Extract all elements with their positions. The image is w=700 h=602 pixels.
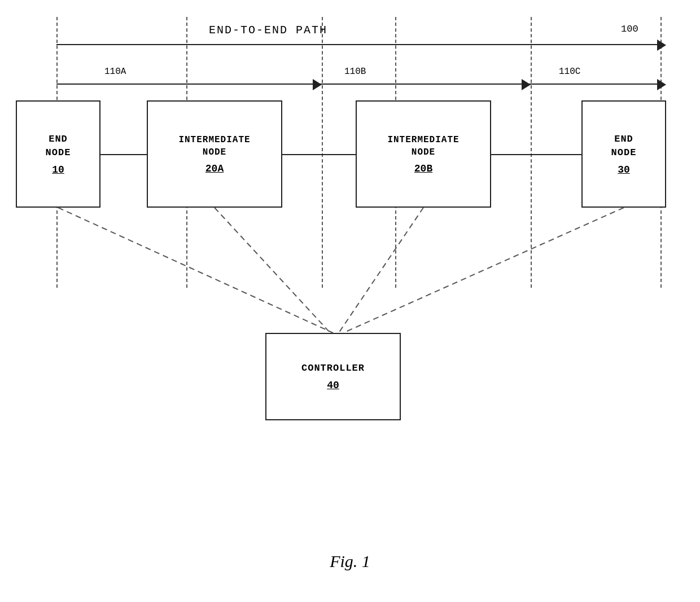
arrow-110c bbox=[657, 79, 666, 90]
main-path-arrowhead bbox=[657, 39, 666, 51]
intermediate-node-20b-box: INTERMEDIATENODE 20B bbox=[356, 100, 491, 208]
connector-20a-20b bbox=[282, 154, 356, 155]
segment-110b-label: 110B bbox=[344, 67, 366, 77]
dashed-20b-controller bbox=[339, 208, 423, 333]
main-path-line bbox=[56, 44, 659, 45]
intermediate-node-20a-box: INTERMEDIATENODE 20A bbox=[147, 100, 282, 208]
arrow-110a bbox=[313, 79, 322, 90]
v-dashed-20a-right bbox=[322, 17, 323, 288]
intermediate-node-20a-title: INTERMEDIATENODE bbox=[178, 134, 250, 159]
sub-path-line bbox=[56, 84, 659, 85]
segment-110a-label: 110A bbox=[104, 67, 126, 77]
intermediate-node-20a-id: 20A bbox=[205, 163, 224, 174]
end-node-30-id: 30 bbox=[618, 164, 630, 175]
figure-label: Fig. 1 bbox=[330, 552, 370, 571]
end-node-30-title: ENDNODE bbox=[611, 133, 637, 160]
intermediate-node-20b-title: INTERMEDIATENODE bbox=[387, 134, 459, 159]
controller-40-title: CONTROLLER bbox=[301, 362, 365, 375]
diagram: END-TO-END PATH 100 110A 110B 110C ENDNO… bbox=[11, 17, 689, 525]
end-to-end-path-label: END-TO-END PATH bbox=[209, 24, 327, 37]
dashed-10-controller bbox=[58, 208, 333, 333]
dashed-20a-controller bbox=[215, 208, 330, 333]
controller-40-id: 40 bbox=[327, 380, 339, 391]
arrow-110b bbox=[522, 79, 531, 90]
dashed-30-controller bbox=[343, 208, 624, 333]
end-node-10-id: 10 bbox=[52, 164, 64, 175]
end-node-10-box: ENDNODE 10 bbox=[16, 100, 100, 208]
connector-20b-30 bbox=[491, 154, 581, 155]
connector-10-20a bbox=[100, 154, 147, 155]
end-node-10-title: ENDNODE bbox=[46, 133, 71, 160]
v-dashed-20b-right bbox=[531, 17, 532, 288]
intermediate-node-20b-id: 20B bbox=[414, 163, 432, 174]
end-node-30-box: ENDNODE 30 bbox=[581, 100, 666, 208]
segment-110c-label: 110C bbox=[559, 67, 580, 77]
controller-40-box: CONTROLLER 40 bbox=[265, 333, 401, 420]
path-number-100: 100 bbox=[621, 24, 638, 34]
